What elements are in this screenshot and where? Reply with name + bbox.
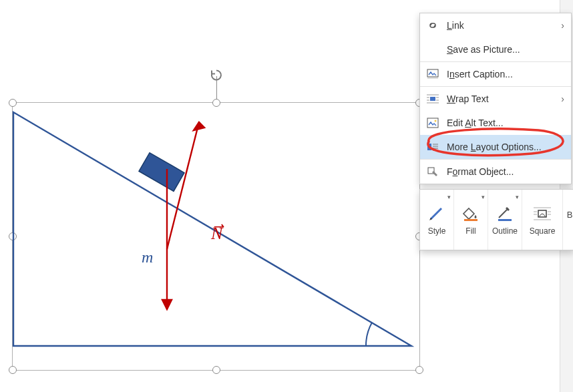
menu-label: More Layout Options... bbox=[447, 142, 564, 152]
square-wrap-icon bbox=[529, 204, 556, 224]
svg-rect-12 bbox=[427, 118, 438, 128]
normal-vector-label: ⇀ N bbox=[211, 224, 222, 244]
link-icon bbox=[427, 19, 439, 31]
fill-button[interactable]: ▾ Fill bbox=[454, 190, 488, 250]
qp-label: Outline bbox=[492, 226, 518, 236]
fill-icon bbox=[457, 204, 484, 224]
caption-icon bbox=[427, 68, 439, 80]
menu-link[interactable]: Link › bbox=[420, 13, 571, 37]
menu-more-layout-options[interactable]: More Layout Options... bbox=[420, 135, 571, 159]
menu-insert-caption[interactable]: Insert Caption... bbox=[420, 61, 571, 86]
alt-text-icon bbox=[427, 117, 439, 129]
svg-rect-3 bbox=[427, 69, 438, 77]
blank-icon bbox=[427, 43, 439, 55]
context-menu: Link › Save as Picture... Insert Caption… bbox=[419, 13, 572, 184]
square-wrap-button[interactable]: Square bbox=[522, 190, 563, 250]
chevron-right-icon: › bbox=[561, 20, 564, 31]
dropdown-icon: ▾ bbox=[516, 194, 519, 200]
dropdown-icon: ▾ bbox=[482, 194, 485, 200]
svg-rect-4 bbox=[427, 77, 438, 79]
overflow-letter: B bbox=[567, 210, 573, 220]
menu-label: Edit Alt Text... bbox=[447, 118, 564, 128]
qp-label: Square bbox=[530, 226, 556, 236]
chevron-right-icon: › bbox=[561, 93, 564, 104]
dropdown-icon: ▾ bbox=[447, 194, 451, 200]
layout-options-icon bbox=[427, 141, 439, 153]
menu-label: Wrap Text bbox=[447, 93, 553, 104]
menu-label: Format Object... bbox=[447, 166, 564, 177]
svg-rect-5 bbox=[430, 97, 435, 101]
menu-save-as-picture[interactable]: Save as Picture... bbox=[420, 37, 571, 61]
svg-rect-0 bbox=[139, 153, 184, 192]
outline-icon bbox=[492, 204, 518, 224]
menu-wrap-text[interactable]: Wrap Text › bbox=[420, 86, 571, 111]
outline-button[interactable]: ▾ Outline bbox=[488, 190, 522, 250]
menu-label: Link bbox=[447, 20, 553, 31]
quick-format-toolbar: ▾ Style ▾ Fill ▾ Outline Square B bbox=[419, 189, 573, 250]
document-canvas: m ⇀ N ⇀ F α Link › Save as Picture... In… bbox=[0, 0, 573, 392]
svg-rect-14 bbox=[427, 144, 431, 150]
style-button[interactable]: ▾ Style bbox=[420, 190, 454, 250]
menu-format-object[interactable]: Format Object... bbox=[420, 159, 571, 184]
qp-label: Fill bbox=[465, 226, 475, 236]
svg-rect-21 bbox=[498, 219, 512, 221]
quick-panel-overflow[interactable]: B bbox=[563, 190, 573, 250]
menu-label: Save as Picture... bbox=[447, 44, 564, 55]
menu-label: Insert Caption... bbox=[447, 69, 564, 79]
qp-label: Style bbox=[428, 226, 446, 236]
svg-rect-20 bbox=[464, 219, 478, 221]
rotation-handle[interactable] bbox=[210, 69, 223, 84]
wrap-text-icon bbox=[427, 93, 439, 105]
mass-label: m bbox=[142, 248, 153, 266]
svg-point-13 bbox=[435, 120, 437, 122]
style-icon bbox=[423, 204, 450, 224]
menu-edit-alt-text[interactable]: Edit Alt Text... bbox=[420, 111, 571, 135]
format-object-icon bbox=[427, 166, 439, 178]
